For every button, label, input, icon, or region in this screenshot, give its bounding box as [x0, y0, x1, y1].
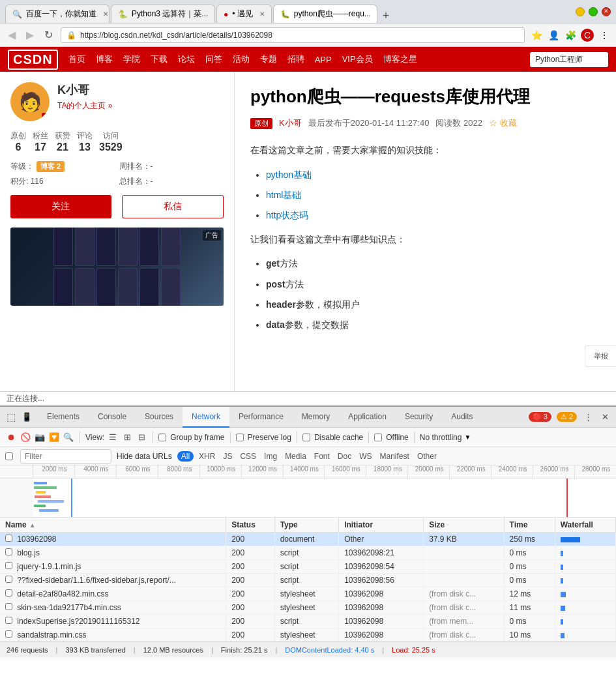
address-bar[interactable]: 🔒 https://blog.csdn.net/kdl_csdn/article… [61, 27, 525, 43]
td-initiator[interactable]: 103962098:56 [339, 574, 424, 587]
nav-star[interactable]: 博客之星 [383, 53, 417, 65]
bookmark-icon[interactable]: ⭐ [530, 29, 543, 42]
devtools-device-button[interactable]: 📱 [21, 411, 33, 423]
filter-img[interactable]: Img [261, 451, 280, 462]
filter-css[interactable]: CSS [237, 451, 259, 462]
nav-blog[interactable]: 博客 [96, 53, 113, 65]
hide-data-urls-checkbox[interactable] [5, 452, 13, 460]
tab-security[interactable]: Security [396, 407, 442, 428]
col-name[interactable]: Name▲ [0, 518, 226, 533]
td-initiator[interactable]: 103962098 [339, 587, 424, 601]
feedback-button[interactable]: 举报 [585, 346, 616, 367]
nav-search[interactable]: Python工程师 [530, 52, 608, 67]
nav-home[interactable]: 首页 [68, 53, 85, 65]
row-checkbox[interactable] [5, 576, 12, 583]
collect-button[interactable]: ☆ 收藏 [489, 117, 517, 129]
filter-input[interactable] [20, 449, 111, 464]
devtools-close-button[interactable]: ✕ [599, 411, 611, 423]
row-checkbox[interactable] [5, 617, 12, 624]
col-size[interactable]: Size [424, 518, 504, 533]
network-table-wrapper[interactable]: Name▲ Status Type Initiator Size Time Wa… [0, 518, 616, 641]
close-button[interactable]: ✕ [602, 7, 611, 16]
row-checkbox[interactable] [5, 630, 12, 638]
filter-xhr[interactable]: XHR [196, 451, 218, 462]
article-author[interactable]: K小哥 [279, 117, 302, 129]
row-checkbox[interactable] [5, 589, 12, 597]
tab-console[interactable]: Console [89, 407, 136, 428]
row-checkbox[interactable] [5, 548, 12, 555]
profile-icon[interactable]: 👤 [547, 29, 560, 42]
no-throttling-arrow[interactable]: ▼ [464, 434, 471, 441]
td-initiator[interactable]: 103962098:54 [339, 560, 424, 574]
col-waterfall[interactable]: Waterfall [555, 518, 615, 533]
follow-button[interactable]: 关注 [10, 195, 111, 218]
devtools-more-button[interactable]: ⋮ [582, 411, 594, 423]
new-tab-button[interactable]: + [379, 9, 394, 23]
table-row[interactable]: jquery-1.9.1.min.js 200 script 103962098… [0, 560, 616, 574]
group-by-frame-label[interactable]: Group by frame [158, 433, 224, 442]
tab-article[interactable]: 🐛 python爬虫——requ... ✕ [273, 5, 377, 23]
nav-forum[interactable]: 论坛 [178, 53, 195, 65]
tab-memory[interactable]: Memory [293, 407, 339, 428]
nav-vip[interactable]: VIP会员 [342, 53, 373, 65]
tab-network[interactable]: Network [183, 407, 229, 428]
settings-icon[interactable]: C [581, 29, 594, 42]
nav-app[interactable]: APP [315, 55, 332, 65]
tab-baidu[interactable]: 🔍 百度一下，你就知道 ✕ [5, 5, 110, 23]
preserve-log-checkbox[interactable] [236, 434, 244, 441]
col-status[interactable]: Status [226, 518, 274, 533]
row-checkbox[interactable] [5, 562, 12, 569]
disable-cache-label[interactable]: Disable cache [302, 433, 363, 442]
disable-cache-checkbox[interactable] [302, 434, 310, 441]
tab-audits[interactable]: Audits [442, 407, 482, 428]
nav-topic[interactable]: 专题 [260, 53, 277, 65]
message-button[interactable]: 私信 [122, 195, 224, 218]
view-large-button[interactable]: ⊞ [121, 432, 133, 443]
link-html[interactable]: html基础 [266, 190, 301, 200]
row-checkbox[interactable] [5, 603, 12, 610]
nav-download[interactable]: 下载 [151, 53, 168, 65]
tab-application[interactable]: Application [339, 407, 396, 428]
csdn-logo[interactable]: CSDN [8, 50, 58, 70]
nav-academy[interactable]: 学院 [123, 53, 140, 65]
col-initiator[interactable]: Initiator [339, 518, 424, 533]
tab-python3[interactable]: 🐍 Python3 远算符｜菜... ✕ [111, 5, 215, 23]
filter-media[interactable]: Media [282, 451, 309, 462]
filter-other[interactable]: Other [415, 451, 439, 462]
extensions-icon[interactable]: 🧩 [564, 29, 577, 42]
table-row[interactable]: sandalstrap.min.css 200 stylesheet 10396… [0, 628, 616, 642]
td-initiator[interactable]: 103962098 [339, 628, 424, 642]
profile-link[interactable]: TA的个人主页 » [57, 100, 112, 111]
nav-activity[interactable]: 活动 [233, 53, 250, 65]
filter-ws[interactable]: WS [357, 451, 374, 462]
offline-label[interactable]: Offline [374, 433, 408, 442]
table-row[interactable]: ??fixed-sidebar/1.1.6/fixed-sidebar.js,r… [0, 574, 616, 587]
link-python[interactable]: python基础 [266, 170, 312, 180]
row-checkbox[interactable] [5, 535, 12, 542]
td-initiator[interactable]: 103962098 [339, 615, 424, 628]
tab-close-baidu[interactable]: ✕ [103, 10, 108, 18]
view-list-button[interactable]: ☰ [107, 432, 119, 443]
view-screenshot-button[interactable]: ⊟ [136, 432, 147, 443]
back-button[interactable]: ◀ [5, 27, 18, 42]
tab-encounter[interactable]: ● • 遇见 ✕ [216, 5, 272, 23]
td-initiator[interactable]: 103962098 [339, 601, 424, 615]
offline-checkbox[interactable] [374, 434, 382, 441]
minimize-button[interactable] [576, 7, 585, 16]
col-type[interactable]: Type [274, 518, 339, 533]
tab-sources[interactable]: Sources [136, 407, 183, 428]
menu-icon[interactable]: ⋮ [598, 29, 611, 42]
nav-jobs[interactable]: 招聘 [287, 53, 304, 65]
table-row[interactable]: 103962098 200 document Other 37.9 KB 250… [0, 533, 616, 546]
filter-button[interactable]: 🔽 [48, 432, 60, 443]
tab-close-python3[interactable]: ✕ [214, 10, 215, 18]
search-button[interactable]: 🔍 [63, 432, 74, 443]
table-row[interactable]: detail-e2af80a482.min.css 200 stylesheet… [0, 587, 616, 601]
tab-elements[interactable]: Elements [38, 407, 89, 428]
filter-doc[interactable]: Doc [335, 451, 354, 462]
preserve-log-label[interactable]: Preserve log [236, 433, 291, 442]
table-row[interactable]: blog.js 200 script 103962098:21 0 ms [0, 546, 616, 560]
filter-js[interactable]: JS [220, 451, 235, 462]
devtools-inspect-button[interactable]: ⬚ [5, 411, 17, 423]
tab-close-encounter[interactable]: ✕ [259, 10, 265, 18]
